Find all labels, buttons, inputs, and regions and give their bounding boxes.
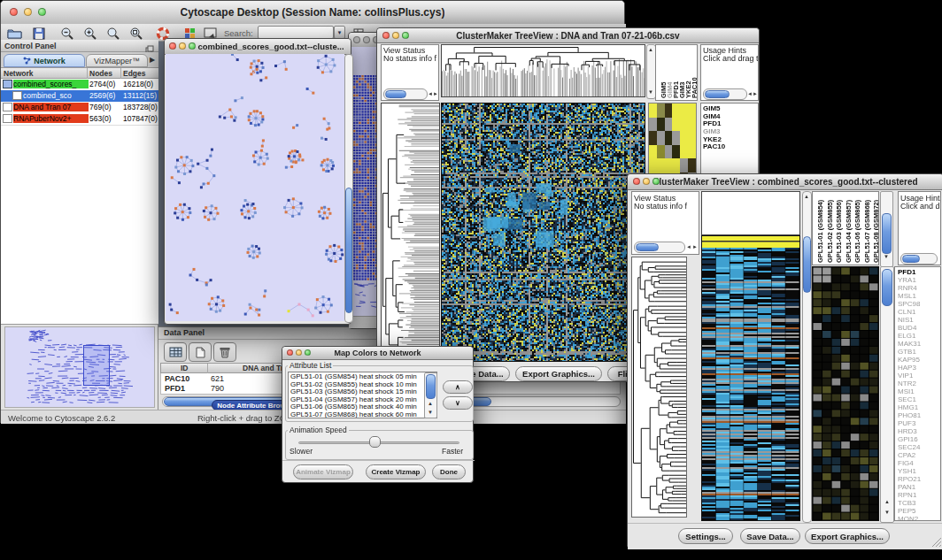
scrollbar-thumb[interactable]	[636, 243, 659, 251]
zoom-matrix-cell[interactable]	[657, 131, 665, 145]
create-vizmap-button[interactable]: Create Vizmap	[366, 464, 426, 479]
row-label[interactable]: YKE2	[703, 136, 758, 144]
zoom-window-icon[interactable]	[402, 32, 409, 39]
row-dendrogram-panel[interactable]	[381, 103, 440, 362]
save-icon[interactable]	[31, 26, 47, 41]
attribute-list-item[interactable]: GPL51-01 (GSM854) heat shock 05 min	[290, 373, 436, 381]
gene-label[interactable]: MAK31	[898, 340, 940, 348]
main-titlebar[interactable]: Cytoscape Desktop (Session Name: collins…	[1, 1, 624, 25]
zoom-heatmap-canvas[interactable]	[813, 267, 878, 520]
scroll-left-icon[interactable]: ◄	[686, 244, 691, 249]
zoom-matrix-cell[interactable]	[649, 104, 657, 118]
close-icon[interactable]	[382, 32, 390, 39]
zoom-matrix-cell[interactable]	[688, 145, 696, 159]
row-label[interactable]: GIM4	[703, 113, 758, 121]
labels-vscrollbar[interactable]: ▼	[880, 191, 893, 267]
zoom-matrix-cell[interactable]	[680, 145, 688, 159]
gene-label[interactable]: SEC24	[898, 443, 940, 451]
zoom-matrix-cell[interactable]	[672, 158, 680, 173]
attribute-list-vscrollbar[interactable]: ▲ ▼	[424, 372, 437, 418]
gene-label[interactable]: BUD4	[898, 324, 940, 332]
minimize-icon[interactable]	[392, 32, 399, 39]
zoom-window-icon[interactable]	[189, 42, 196, 50]
column-label[interactable]: GPL51-02 (GSM855)	[826, 200, 834, 263]
scroll-right-icon[interactable]: ►	[753, 91, 758, 96]
gene-label[interactable]: HRD3	[898, 427, 940, 435]
zoom-matrix-cell[interactable]	[672, 131, 680, 145]
attribute-list-item[interactable]: GPL51-07 (GSM868) heat shock 60 min	[290, 411, 436, 419]
gene-label[interactable]: TCB3	[898, 499, 940, 507]
zoom-window-icon[interactable]	[38, 8, 46, 16]
scrollbar-thumb[interactable]	[345, 188, 352, 313]
network-list-row[interactable]: RNAPuberNov2+ 563(0) 107847(0)	[1, 113, 158, 125]
usage-hints-hscrollbar[interactable]	[703, 88, 747, 100]
zoom-matrix-cell[interactable]	[657, 145, 665, 159]
resize-grip-icon[interactable]	[932, 538, 941, 547]
column-dendrogram-panel[interactable]	[441, 44, 645, 97]
close-icon[interactable]	[287, 349, 293, 356]
zoom-matrix-cell[interactable]	[665, 104, 673, 118]
gene-label[interactable]: NTR2	[898, 380, 940, 387]
scroll-right-icon[interactable]: ►	[692, 244, 698, 249]
gene-label[interactable]: PFD1	[898, 268, 940, 276]
gene-label[interactable]: CPA2	[898, 451, 940, 459]
gene-label[interactable]: MSI1	[898, 387, 940, 395]
scrollbar-thumb[interactable]	[385, 90, 406, 98]
data-row-id[interactable]: PFD1	[165, 384, 185, 393]
minimize-icon[interactable]	[296, 349, 302, 356]
heatmap-panel[interactable]	[701, 235, 800, 521]
close-icon[interactable]	[353, 36, 360, 43]
column-label[interactable]: GPL51-03 (GSM856)	[835, 200, 843, 263]
zoom-matrix-cell[interactable]	[680, 118, 688, 132]
column-label[interactable]: GPL51-06 (GSM865)	[853, 200, 861, 263]
network1-titlebar[interactable]: combined_scores_good.txt--cluste...	[165, 39, 351, 55]
zoom-matrix-cell[interactable]	[657, 104, 665, 118]
zoom-matrix-cell[interactable]	[665, 118, 673, 132]
zoom-matrix-cell[interactable]	[649, 158, 657, 173]
zoom-matrix-cell[interactable]	[672, 104, 680, 118]
genelist-vscrollbar[interactable]: ▲ ▼	[880, 266, 894, 523]
network-list-row[interactable]: DNA and Tran 07 769(0) 183728(0)	[1, 102, 158, 113]
zoom-matrix-cell[interactable]	[688, 104, 696, 118]
row-label[interactable]: PFD1	[703, 120, 758, 128]
network-list-row[interactable]: combined_sco 2569(6) 13112(15)	[1, 90, 158, 102]
overview-viewport-rect[interactable]	[83, 345, 110, 386]
row-label[interactable]: PAC10	[703, 143, 758, 151]
zoom-matrix-cell[interactable]	[657, 118, 665, 132]
animate-vizmap-button[interactable]: Animate Vizmap	[293, 464, 353, 479]
network-table-header[interactable]: Network Nodes Edges	[1, 68, 158, 79]
gene-label[interactable]: KAP95	[898, 356, 940, 364]
row-dendrogram-panel[interactable]	[631, 257, 687, 518]
gene-label[interactable]: GTB1	[898, 348, 940, 356]
zoom-out-icon[interactable]	[59, 26, 75, 41]
zoom-heatmap-panel[interactable]	[812, 266, 879, 521]
usage-hints-hscrollbar[interactable]	[900, 253, 938, 265]
scroll-down-icon[interactable]: ▼	[428, 410, 433, 415]
new-attribute-button[interactable]	[189, 342, 212, 362]
zoom-selection-icon[interactable]	[105, 26, 121, 41]
zoom-matrix-cell[interactable]	[688, 158, 696, 173]
minimize-icon[interactable]	[24, 8, 32, 16]
scroll-up-icon[interactable]: ▲	[428, 401, 433, 406]
zoom-window-icon[interactable]	[652, 178, 660, 185]
scroll-up-icon[interactable]: ▲	[648, 47, 653, 52]
close-icon[interactable]	[169, 42, 176, 50]
done-button[interactable]: Done	[432, 464, 466, 479]
scroll-down-icon[interactable]: ▼	[648, 89, 653, 95]
network1-canvas-area[interactable]	[166, 54, 344, 321]
close-icon[interactable]	[633, 178, 640, 185]
zoom-matrix-cell[interactable]	[665, 131, 673, 145]
zoom-matrix-cell[interactable]	[680, 131, 688, 145]
search-dropdown-icon[interactable]: ▼	[334, 26, 345, 39]
gene-label[interactable]: FIG4	[898, 459, 940, 467]
delete-attribute-button[interactable]	[213, 342, 236, 362]
scrollbar-thumb[interactable]	[426, 374, 436, 399]
zoom-matrix-cell[interactable]	[649, 145, 657, 159]
minimize-icon[interactable]	[179, 42, 186, 50]
scrollbar-thumb[interactable]	[705, 90, 730, 98]
column-label[interactable]: GPL51-01 (GSM854)	[816, 200, 824, 263]
gene-label[interactable]: NIS1	[898, 316, 940, 324]
heatmap-canvas[interactable]	[702, 236, 799, 520]
network-list-empty-area[interactable]	[1, 125, 158, 325]
minimize-icon[interactable]	[363, 36, 370, 43]
